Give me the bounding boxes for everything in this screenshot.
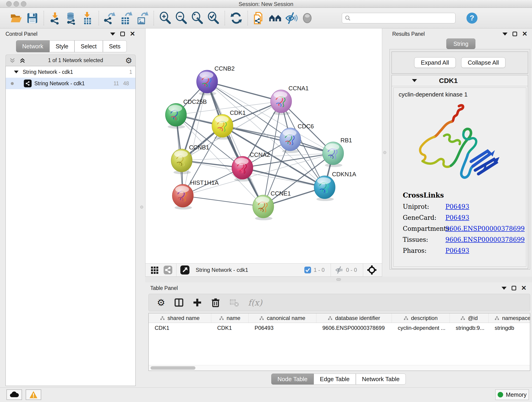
import-table-icon[interactable]: [79, 10, 95, 26]
delete-table-icon[interactable]: [229, 298, 239, 307]
collapse-all-button[interactable]: Collapse All: [461, 57, 506, 68]
warnings-button[interactable]: [26, 389, 41, 400]
network-node-ccnb2[interactable]: [196, 70, 218, 95]
network-node-cdc25b[interactable]: [165, 103, 186, 128]
tab-style[interactable]: Style: [50, 40, 75, 52]
birdseye-icon[interactable]: [267, 10, 283, 26]
network-edge[interactable]: [242, 168, 325, 187]
right-splitter-handle[interactable]: [383, 151, 386, 154]
panel-menu-icon[interactable]: [501, 287, 507, 290]
hidden-eye-icon[interactable]: [335, 265, 344, 274]
column-header-id[interactable]: @id: [450, 313, 489, 323]
export-table-icon[interactable]: [118, 10, 134, 26]
tab-select[interactable]: Select: [75, 40, 103, 52]
export-network-icon[interactable]: [102, 10, 118, 26]
memory-button[interactable]: Memory: [495, 389, 529, 400]
zoom-selected-icon[interactable]: [205, 10, 221, 26]
network-edge[interactable]: [222, 126, 333, 153]
network-row[interactable]: String Network - cdk1 11 48: [6, 78, 135, 89]
table-settings-gear-icon[interactable]: ⚙: [157, 297, 165, 308]
network-node-ccna1[interactable]: [271, 90, 292, 115]
gene-collapse-icon[interactable]: [412, 79, 417, 82]
tab-node-table[interactable]: Node Table: [271, 374, 314, 385]
open-in-window-icon[interactable]: [180, 265, 190, 275]
scrollbar-thumb[interactable]: [151, 366, 196, 370]
crosslink-link[interactable]: P06493: [445, 247, 469, 254]
zoom-fit-icon[interactable]: [189, 10, 205, 26]
collection-expand-icon[interactable]: [14, 70, 19, 73]
panel-close-icon[interactable]: ✕: [522, 32, 527, 36]
network-node-ccne1[interactable]: [253, 195, 274, 220]
column-header-sharedname[interactable]: shared name: [149, 313, 211, 323]
crosslink-link[interactable]: P06493: [445, 214, 469, 221]
column-header-databaseidentifier[interactable]: database identifier: [317, 313, 392, 323]
import-database-icon[interactable]: [63, 10, 79, 26]
network-node-cdkn1a[interactable]: [314, 176, 335, 201]
table-cell[interactable]: cyclin-dependent ...: [392, 323, 450, 333]
panel-float-icon[interactable]: [512, 286, 516, 290]
crosslink-link[interactable]: 9606.ENSP00000378699: [445, 225, 525, 232]
table-cell[interactable]: CDK1: [149, 323, 211, 333]
save-session-icon[interactable]: [24, 10, 40, 26]
open-session-icon[interactable]: [8, 10, 24, 26]
fit-selected-crosshair-icon[interactable]: [367, 265, 377, 275]
grid-view-icon[interactable]: [151, 266, 159, 274]
panel-menu-icon[interactable]: [502, 32, 507, 36]
network-collection-row[interactable]: String Network - cdk1 1: [6, 66, 135, 78]
panel-close-icon[interactable]: ✕: [521, 286, 526, 290]
expand-all-button[interactable]: Expand All: [414, 57, 456, 68]
left-splitter-handle[interactable]: [140, 206, 143, 209]
zoom-out-icon[interactable]: [173, 10, 189, 26]
refresh-icon[interactable]: [228, 10, 244, 26]
export-image-icon[interactable]: [134, 10, 150, 26]
table-cell[interactable]: CDK1: [211, 323, 249, 333]
import-network-icon[interactable]: [47, 10, 63, 26]
horizontal-splitter-handle[interactable]: [336, 278, 341, 281]
table-cell[interactable]: P06493: [249, 323, 317, 333]
search-input[interactable]: [353, 15, 452, 21]
network-node-rb1[interactable]: [323, 142, 344, 167]
cloud-button[interactable]: [6, 389, 22, 400]
panel-menu-icon[interactable]: [110, 32, 115, 36]
network-edge[interactable]: [207, 82, 263, 206]
tab-sets[interactable]: Sets: [103, 40, 127, 52]
table-cell[interactable]: stringdb:9...: [450, 323, 489, 333]
hide-graphics-details-icon[interactable]: [283, 10, 299, 26]
panel-close-icon[interactable]: ✕: [130, 32, 135, 36]
tab-network-table[interactable]: Network Table: [356, 374, 406, 385]
string-share-icon[interactable]: [163, 265, 172, 274]
gear-icon[interactable]: ⚙: [125, 56, 132, 65]
network-node-hist1h1a[interactable]: [172, 184, 193, 210]
tab-network[interactable]: Network: [16, 40, 50, 52]
table-cell[interactable]: 9606.ENSP00000378699: [317, 323, 392, 333]
expand-all-icon[interactable]: [19, 57, 26, 64]
table-cell[interactable]: stringdb: [489, 323, 530, 333]
node-table[interactable]: shared namenamecanonical namedatabase id…: [148, 313, 530, 371]
selected-checkbox-icon[interactable]: [304, 266, 311, 274]
crosslink-link[interactable]: P06493: [445, 203, 469, 210]
tab-string[interactable]: String: [446, 38, 475, 49]
delete-column-trash-icon[interactable]: [211, 298, 220, 307]
column-header-name[interactable]: name: [211, 313, 249, 323]
network-edge[interactable]: [183, 196, 263, 206]
tab-edge-table[interactable]: Edge Table: [314, 374, 356, 385]
column-header-canonicalname[interactable]: canonical name: [249, 313, 317, 323]
search-box[interactable]: [342, 13, 456, 23]
table-row[interactable]: CDK1CDK1P064939606.ENSP00000378699cyclin…: [149, 323, 530, 333]
column-header-description[interactable]: description: [392, 313, 450, 323]
show-columns-icon[interactable]: [174, 298, 184, 307]
network-node-ccna2[interactable]: [232, 156, 253, 182]
panel-float-icon[interactable]: [513, 32, 517, 36]
zoom-in-icon[interactable]: [157, 10, 173, 26]
column-header-namespace[interactable]: namespace: [489, 313, 530, 323]
panel-float-icon[interactable]: [120, 32, 125, 36]
clone-network-icon[interactable]: [251, 10, 267, 26]
network-node-ccnb1[interactable]: [171, 149, 192, 174]
table-horizontal-scrollbar[interactable]: [149, 365, 530, 370]
function-builder-icon[interactable]: f(x): [248, 298, 262, 307]
crosslink-link[interactable]: 9606.ENSP00000378699: [445, 236, 525, 243]
horizontal-splitter[interactable]: [145, 277, 532, 282]
add-column-icon[interactable]: [193, 298, 202, 307]
network-canvas[interactable]: CCNB2CCNA1CDC25BCDK1CDC6RB1CCNB1CCNA2CDK…: [145, 28, 382, 263]
collapse-all-icon[interactable]: [9, 57, 16, 64]
